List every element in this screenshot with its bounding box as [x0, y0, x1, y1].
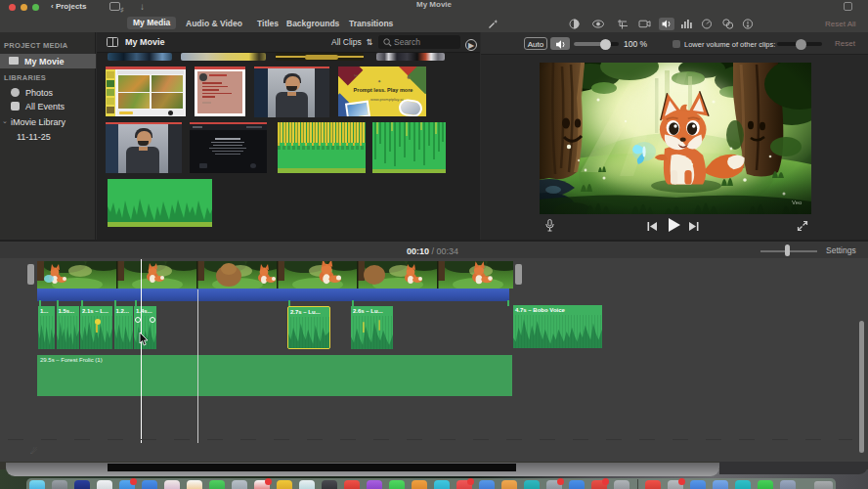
svg-text:Veo: Veo	[792, 200, 803, 205]
